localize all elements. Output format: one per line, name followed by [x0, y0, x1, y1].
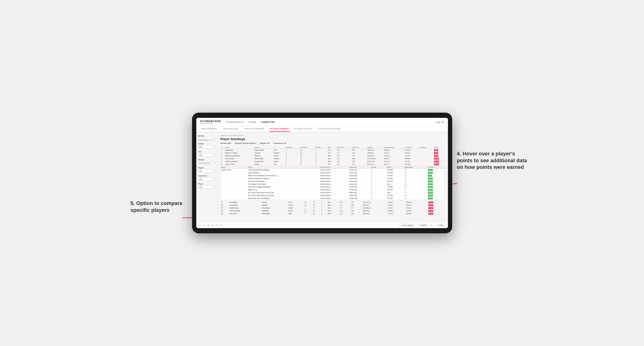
- clock-button[interactable]: ⏱: [220, 224, 222, 226]
- update-time: Update time: 27/01/2024 16:56:26: [220, 135, 445, 136]
- col-wins: Wins: [327, 146, 336, 149]
- sidebar-division-dropdown[interactable]: NCAA Division I ▾: [198, 161, 216, 165]
- sub-table-header-row: Player Event Event Division Event Type R…: [221, 166, 445, 169]
- slider-container[interactable]: [198, 140, 216, 141]
- col-school: School: [254, 146, 273, 149]
- top-nav: SCOREBOARD Powered by clippi TOURNAMENTS…: [196, 118, 448, 126]
- sidebar-year-label: Year: [198, 151, 216, 153]
- sidebar-year-dropdown[interactable]: (All) ▾: [198, 153, 216, 157]
- sidebar-player-label: Player: [198, 183, 216, 185]
- annotation-left: 5. Option to compare specific players: [130, 200, 187, 213]
- points-badge: 40.58: [428, 201, 433, 203]
- col-vs25: Vs Top 25: [404, 146, 418, 149]
- sidebar-region-dropdown[interactable]: N/A ▾: [198, 169, 216, 173]
- sub-nav: TEAM SUMMARY TEAM H2H GRID TEAM H2H HEAT…: [196, 126, 448, 132]
- redo-button[interactable]: ↪: [204, 224, 205, 226]
- watch-icon: 👁: [419, 224, 421, 226]
- points-badge: 70.2: [434, 155, 438, 157]
- nav-item-teams[interactable]: TEAMS: [248, 120, 256, 124]
- sidebar-conference-label: Conference: [198, 175, 216, 177]
- points-badge: 76.3: [434, 152, 438, 154]
- sidebar-gender: Gender Men ▾: [198, 143, 216, 149]
- sidebar-division: Division NCAA Division I ▾: [198, 159, 216, 165]
- sub-nav-team-h2h-heatmap[interactable]: TEAM H2H HEATMAP: [243, 126, 266, 132]
- sign-out-link[interactable]: Sign out: [436, 121, 444, 123]
- col-points: Points: [433, 146, 445, 149]
- lower-player-table: 22 Ian Gilligan Florida Third 10 24 1 68…: [220, 201, 445, 215]
- view-icon: ◈: [401, 224, 402, 226]
- col-yr: Yr: [273, 146, 285, 149]
- sidebar-year: Year (All) ▾: [198, 151, 216, 157]
- sidebar-player-dropdown[interactable]: (All) ▾: [198, 185, 216, 189]
- sub-nav-team-h2h-grid[interactable]: TEAM H2H GRID: [222, 126, 240, 132]
- sub-table-row: Williams Cup NCAA Division I Stroke Play…: [221, 188, 445, 191]
- sub-table-row: Tiger Invitational NCAA Division I Strok…: [221, 172, 445, 174]
- col-avg-sg: Avg SG: [366, 146, 383, 149]
- tablet-frame: SCOREBOARD Powered by clippi TOURNAMENTS…: [192, 113, 452, 233]
- table-area: Update time: 27/01/2024 16:56:26 Player …: [218, 132, 448, 222]
- sub-points-badge: 24.11: [428, 183, 433, 185]
- sidebar-region: Region N/A ▾: [198, 167, 216, 173]
- points-badge: 40.27: [428, 204, 433, 206]
- sub-nav-player-h2h-heatmap[interactable]: PLAYER H2H HEATMAP: [318, 126, 342, 132]
- download-button[interactable]: ⬇: [431, 224, 432, 226]
- refresh-button[interactable]: ⟳: [208, 224, 209, 226]
- sub-points-badge: 07.57: [428, 180, 433, 182]
- nav-item-tournaments[interactable]: TOURNAMENTS: [226, 120, 244, 124]
- sub-points-badge: 20.64: [428, 169, 433, 171]
- sub-table-section: Player Event Event Division Event Type R…: [220, 166, 445, 200]
- table-row: 2 Michael La Sasso Ole Miss Second 1 18 …: [220, 152, 445, 155]
- col-num: #: [220, 146, 224, 149]
- col-avg-par: Avg to Par: [351, 146, 366, 149]
- points-badge: 88.2: [434, 149, 438, 151]
- filter-conference: Conference: All: [273, 142, 286, 144]
- points-badge: 88.94: [434, 158, 439, 160]
- filter-region: Region: All: [260, 142, 270, 144]
- copy-button[interactable]: ⧉: [212, 224, 213, 226]
- sub-table-row: Southern Highlands Collegiate NCAA Divis…: [221, 177, 445, 180]
- sub-nav-player-h2h-grid[interactable]: PLAYER H2H GRID: [294, 126, 314, 132]
- sub-table-row: SEC Stroke Play hosted by Jerry Pate NCA…: [221, 194, 445, 197]
- section-title: Player Standings: [220, 137, 445, 141]
- sidebar-player: Player (All) ▾: [198, 183, 216, 189]
- sidebar-gender-dropdown[interactable]: Men ▾: [198, 145, 216, 149]
- sidebar: No Rds. 4 52 Gender Men ▾: [196, 132, 218, 222]
- table-row: 22 Ian Gilligan Florida Third 10 24 1 68…: [220, 201, 445, 204]
- annotation-right: 4. Hover over a player's points to see a…: [457, 151, 528, 171]
- sub-nav-team-summary[interactable]: TEAM SUMMARY: [200, 126, 218, 132]
- nav-item-committee[interactable]: COMMITTEE: [261, 120, 275, 124]
- sub-points-badge: 73.23: [428, 177, 433, 179]
- table-row: 3 Michael Thorbjornsen Stanford Fourth 1…: [220, 155, 445, 157]
- watch-button[interactable]: 👁 Watch: [418, 224, 428, 227]
- tablet-screen: SCOREBOARD Powered by clippi TOURNAMENTS…: [196, 118, 448, 228]
- logo-area: SCOREBOARD Powered by clippi: [200, 120, 221, 124]
- table-row: 25 Cole Sherwood Vanderbilt Fourth 12 28…: [220, 209, 445, 212]
- slider-max: 52: [214, 138, 216, 139]
- annotation-right-text: 4. Hover over a player's points to see a…: [457, 151, 527, 170]
- table-row: 5 Christo Lamprecht Georgia Tech Fourth …: [220, 160, 445, 163]
- points-badge: 38.49: [428, 213, 433, 215]
- col-player: Player: [224, 146, 254, 149]
- sub-table-row: Mirobel Maui Jim Intercollegiate NCAA Di…: [221, 197, 445, 200]
- col-conf-rank: Conf Rank: [300, 146, 315, 149]
- sidebar-conference: Conference (All) ▾: [198, 175, 216, 181]
- share-button[interactable]: ↗ Share: [435, 224, 445, 227]
- undo-button[interactable]: ↩: [199, 224, 200, 226]
- sidebar-conference-dropdown[interactable]: (All) ▾: [198, 177, 216, 181]
- points-badge: 80.49: [434, 161, 439, 163]
- sub-table-row: SEC Match Play hosted by Jerry Pate NCAA…: [221, 191, 445, 194]
- sub-points-badge: 16.92: [428, 186, 433, 188]
- view-original-button[interactable]: ◈ View: Original: [400, 224, 415, 227]
- filter-division: Division: NCAA Division I: [235, 142, 256, 144]
- table-row: 24 Bastien Amat New Mexico Fourth 1 27 2…: [220, 207, 445, 209]
- table-row: 4 Luke Clanton Florida State Second 5 27…: [220, 157, 445, 160]
- col-overall: Overall Record: [383, 146, 404, 149]
- expand-button[interactable]: ⊞: [216, 224, 217, 226]
- sidebar-no-rds: No Rds. 4 52: [198, 135, 216, 141]
- col-vs50: Vs Top 50: [419, 146, 433, 149]
- logo-text: SCOREBOARD: [200, 120, 221, 123]
- col-reg-rank: Reg Rank: [285, 146, 300, 149]
- filter-gender: Gender: Men: [220, 142, 231, 144]
- sub-nav-player-summary[interactable]: PLAYER SUMMARY: [269, 126, 290, 132]
- bottom-toolbar: ↩ ↪ ⟳ ⧉ ⊞ ⏱ ◈ View: Original 👁 Watch ⬇ ↗: [196, 222, 448, 228]
